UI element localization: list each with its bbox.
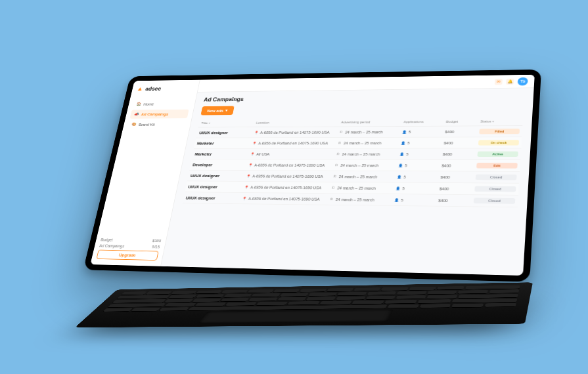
budget-value: $300 — [152, 239, 161, 243]
row-applications: 👤5 — [396, 186, 436, 190]
row-period: 🗓24 march – 25 march — [334, 163, 395, 167]
chevron-down-icon: ▾ — [225, 108, 229, 112]
col-applications[interactable]: Applications — [403, 120, 442, 123]
sidebar-item-brand-kit[interactable]: 🎨 Brand Kit — [127, 119, 187, 129]
pin-icon: 📍 — [244, 185, 249, 189]
campaigns-label: Ad Campaings — [99, 243, 125, 248]
col-title[interactable]: Title▾ — [201, 121, 253, 125]
budget-stat: Budget $300 — [101, 238, 162, 243]
row-title: Developer — [192, 163, 245, 167]
col-period[interactable]: Advertising period — [341, 120, 400, 123]
campaigns-table: Title▾ Location Advertising period Appli… — [183, 117, 524, 207]
row-applications: 👤5 — [397, 175, 437, 178]
row-budget: $400 — [438, 198, 470, 203]
calendar-icon: 🗓 — [330, 197, 334, 201]
row-status: Closed — [474, 186, 516, 192]
status-badge: On check — [478, 140, 519, 145]
status-badge: Active — [478, 152, 518, 157]
budget-label: Budget — [101, 238, 113, 241]
row-status: Edit — [476, 163, 517, 169]
user-icon: 👤 — [396, 186, 400, 190]
row-period: 🗓24 march – 25 march — [338, 141, 397, 145]
pin-icon: 📍 — [248, 163, 253, 167]
row-period: 🗓24 march – 25 march — [340, 130, 399, 134]
sidebar-item-ad-campaigns[interactable]: 📣 Ad Campaings — [129, 110, 189, 119]
status-badge: Filled — [480, 129, 520, 134]
row-budget: $400 — [445, 130, 476, 134]
row-location: 📍A-6856 de Portland en 14075-1690 USA — [252, 141, 335, 145]
new-ads-button[interactable]: New ads ▾ — [200, 106, 235, 115]
new-ads-label: New ads — [207, 109, 224, 112]
row-status: Filled — [480, 129, 520, 134]
col-location[interactable]: Location — [256, 121, 338, 124]
sidebar-item-label: Brand Kit — [139, 123, 156, 126]
user-icon: 👤 — [398, 163, 403, 167]
user-icon: 👤 — [399, 152, 404, 156]
user-icon: 👤 — [401, 141, 405, 145]
row-location: 📍A-6856 de Portland en 14075-1690 USA — [248, 163, 332, 167]
row-title: UI/UX designer — [190, 174, 243, 178]
table-row[interactable]: UI/UX designer📍A-6856 de Portland en 140… — [183, 192, 518, 207]
bell-icon[interactable]: 🔔 — [506, 78, 514, 85]
row-status: Active — [478, 152, 518, 157]
campaigns-value: 5/15 — [152, 245, 160, 249]
row-applications: 👤5 — [401, 141, 440, 145]
row-location: 📍A-6856 de Portland en 14075-1690 USA — [244, 185, 328, 190]
row-applications: 👤5 — [402, 130, 441, 134]
row-title: UI/UX designer — [188, 184, 241, 188]
pin-icon: 📍 — [254, 131, 259, 134]
user-icon: 👤 — [402, 130, 407, 134]
megaphone-icon: 📣 — [133, 112, 139, 116]
table-row[interactable]: UI/UX designer📍A-6856 de Portland en 140… — [196, 126, 522, 138]
status-badge: Closed — [476, 175, 517, 180]
logo: ▲ adsee — [136, 85, 194, 92]
row-title: Marketer — [197, 141, 250, 145]
palette-icon: 🎨 — [131, 123, 137, 127]
col-budget[interactable]: Budget — [446, 120, 477, 123]
avatar[interactable]: Ts — [517, 77, 528, 85]
inbox-icon[interactable]: ✉ — [495, 79, 503, 85]
calendar-icon: 🗓 — [333, 175, 337, 178]
row-status: On check — [478, 140, 519, 145]
pin-icon: 📍 — [252, 141, 257, 144]
calendar-icon: 🗓 — [334, 163, 338, 167]
status-badge: Edit — [476, 163, 517, 169]
sidebar-item-home[interactable]: 🏠 Home — [132, 99, 191, 108]
row-budget: $400 — [440, 175, 472, 179]
table-row[interactable]: Marketer📍A-6856 de Portland en 14075-169… — [194, 137, 522, 149]
row-location: 📍A-6856 de Portland en 14075-1690 USA — [254, 130, 336, 134]
row-period: 🗓24 march – 25 march — [333, 175, 394, 178]
row-status: Closed — [474, 197, 515, 203]
col-status[interactable]: Status▾ — [480, 119, 520, 123]
row-period: 🗓24 march – 25 march — [336, 152, 396, 156]
row-status: Closed — [476, 175, 517, 180]
row-period: 🗓24 march – 25 march — [331, 186, 392, 190]
trackpad — [198, 310, 394, 323]
home-icon: 🏠 — [136, 102, 141, 106]
user-icon: 👤 — [397, 175, 401, 178]
row-applications: 👤5 — [398, 163, 438, 167]
status-badge: Closed — [474, 197, 515, 203]
upgrade-button[interactable]: Upgrade — [96, 250, 158, 260]
calendar-icon: 🗓 — [338, 141, 342, 144]
calendar-icon: 🗓 — [340, 131, 344, 134]
row-title: Marketer — [194, 152, 247, 156]
row-location: 📍A-6856 de Portland en 14075-1690 USA — [242, 196, 327, 201]
row-location: 📍All USA — [250, 152, 333, 156]
logo-mark-icon: ▲ — [136, 85, 144, 92]
sidebar-item-label: Home — [143, 102, 154, 106]
row-budget: $400 — [443, 141, 474, 145]
brand-name: adsee — [145, 86, 162, 91]
sidebar-item-label: Ad Campaings — [141, 112, 169, 116]
sort-icon: ▾ — [208, 121, 211, 125]
status-badge: Closed — [474, 186, 516, 192]
table-row[interactable]: Marketer📍All USA🗓24 march – 25 march👤5$4… — [191, 149, 521, 161]
row-budget: $400 — [441, 163, 473, 167]
calendar-icon: 🗓 — [331, 186, 335, 190]
row-applications: 👤5 — [399, 152, 439, 156]
row-budget: $400 — [440, 186, 471, 190]
sort-icon: ▾ — [493, 119, 495, 123]
row-budget: $400 — [443, 152, 474, 156]
page-title: Ad Campaings — [203, 93, 524, 102]
calendar-icon: 🗓 — [336, 152, 340, 156]
